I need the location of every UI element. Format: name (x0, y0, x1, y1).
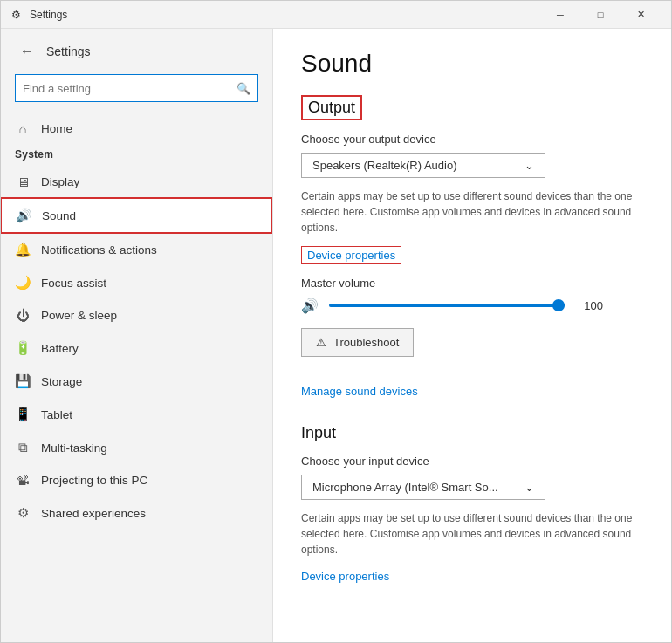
volume-thumb[interactable] (552, 299, 565, 311)
titlebar-left: ⚙ Settings (11, 9, 67, 21)
sidebar-item-sound[interactable]: 🔊 Sound (1, 198, 272, 233)
troubleshoot-button[interactable]: ⚠ Troubleshoot (301, 328, 414, 357)
sidebar-item-label-power-sleep: Power & sleep (41, 309, 117, 322)
volume-slider[interactable] (329, 297, 565, 314)
sidebar-item-display[interactable]: 🖥 Display (1, 166, 272, 198)
display-icon: 🖥 (15, 174, 31, 189)
search-input[interactable] (23, 82, 237, 95)
input-device-label: Choose your input device (301, 455, 643, 468)
search-icon: 🔍 (237, 82, 250, 95)
device-properties-link[interactable]: Device properties (301, 246, 401, 264)
focus-assist-icon: 🌙 (15, 275, 31, 291)
sidebar-item-storage[interactable]: 💾 Storage (1, 365, 272, 398)
sidebar-nav-top: ← Settings (1, 29, 272, 71)
shared-icon: ⚙ (15, 505, 31, 521)
power-sleep-icon: ⏻ (15, 308, 31, 323)
maximize-button[interactable]: □ (580, 1, 621, 29)
sidebar-app-title: Settings (46, 44, 91, 58)
sidebar-item-multitasking[interactable]: ⧉ Multi-tasking (1, 431, 272, 464)
sidebar: ← Settings 🔍 ⌂ Home System 🖥 Display 🔊 S… (1, 29, 273, 642)
page-title: Sound (301, 50, 643, 78)
titlebar-controls: ─ □ ✕ (540, 1, 661, 29)
sidebar-item-label-home: Home (41, 122, 72, 135)
sidebar-item-home[interactable]: ⌂ Home (1, 113, 272, 145)
chevron-down-icon-input: ⌄ (525, 481, 534, 494)
input-device-dropdown[interactable]: Microphone Array (Intel® Smart So... ⌄ (301, 475, 545, 500)
tablet-icon: 📱 (15, 407, 31, 422)
sidebar-item-label-battery: Battery (41, 342, 79, 355)
sidebar-item-label-sound: Sound (42, 209, 76, 222)
sidebar-item-battery[interactable]: 🔋 Battery (1, 332, 272, 365)
input-device-properties-link[interactable]: Device properties (301, 570, 389, 583)
input-info-text: Certain apps may be set up to use differ… (301, 510, 641, 557)
input-section: Input Choose your input device Microphon… (301, 424, 643, 595)
window-content: ← Settings 🔍 ⌂ Home System 🖥 Display 🔊 S… (1, 29, 671, 642)
minimize-button[interactable]: ─ (540, 1, 580, 29)
chevron-down-icon: ⌄ (525, 159, 534, 172)
output-device-value: Speakers (Realtek(R) Audio) (312, 159, 456, 172)
sidebar-item-label-storage: Storage (41, 375, 82, 388)
titlebar: ⚙ Settings ─ □ ✕ (1, 1, 671, 29)
back-button[interactable]: ← (15, 39, 39, 64)
storage-icon: 💾 (15, 373, 31, 389)
sidebar-item-label-focus-assist: Focus assist (41, 277, 106, 290)
troubleshoot-label: Troubleshoot (333, 336, 399, 349)
sidebar-item-shared[interactable]: ⚙ Shared experiences (1, 496, 272, 530)
volume-icon: 🔊 (301, 298, 319, 314)
volume-row: 🔊 100 (301, 297, 643, 314)
sidebar-item-label-multitasking: Multi-tasking (41, 441, 107, 455)
output-section: Output Choose your output device Speaker… (301, 95, 643, 410)
output-header: Output (301, 95, 362, 120)
input-device-value: Microphone Array (Intel® Smart So... (312, 481, 498, 494)
sidebar-item-label-shared: Shared experiences (41, 507, 146, 520)
output-device-label: Choose your output device (301, 133, 643, 146)
sidebar-item-label-display: Display (41, 175, 79, 188)
settings-window: ⚙ Settings ─ □ ✕ ← Settings 🔍 ⌂ Home (0, 0, 672, 643)
sidebar-item-focus-assist[interactable]: 🌙 Focus assist (1, 266, 272, 299)
search-box[interactable]: 🔍 (15, 74, 258, 102)
sidebar-section-system: System (1, 145, 272, 166)
manage-sound-devices-link[interactable]: Manage sound devices (301, 385, 418, 398)
sidebar-item-tablet[interactable]: 📱 Tablet (1, 398, 272, 431)
main-content: Sound Output Choose your output device S… (273, 29, 671, 642)
multitasking-icon: ⧉ (15, 440, 31, 455)
projecting-icon: 📽 (15, 473, 31, 488)
home-icon: ⌂ (15, 121, 31, 136)
volume-fill (329, 304, 565, 307)
battery-icon: 🔋 (15, 340, 31, 356)
volume-value: 100 (575, 299, 603, 312)
sidebar-item-power-sleep[interactable]: ⏻ Power & sleep (1, 299, 272, 332)
sidebar-item-label-tablet: Tablet (41, 408, 72, 421)
titlebar-title: Settings (30, 9, 67, 21)
output-device-dropdown[interactable]: Speakers (Realtek(R) Audio) ⌄ (301, 153, 545, 178)
volume-track (329, 304, 565, 307)
sidebar-item-notifications[interactable]: 🔔 Notifications & actions (1, 233, 272, 266)
close-button[interactable]: ✕ (621, 1, 661, 29)
sidebar-item-projecting[interactable]: 📽 Projecting to this PC (1, 464, 272, 496)
sound-icon: 🔊 (16, 208, 31, 223)
output-info-text: Certain apps may be set up to use differ… (301, 188, 641, 236)
warning-icon: ⚠ (316, 336, 326, 349)
settings-icon: ⚙ (11, 9, 21, 21)
sidebar-item-label-notifications: Notifications & actions (41, 243, 157, 257)
sidebar-item-label-projecting: Projecting to this PC (41, 474, 147, 487)
input-header: Input (301, 424, 643, 442)
notifications-icon: 🔔 (15, 242, 31, 257)
master-volume-label: Master volume (301, 277, 643, 290)
